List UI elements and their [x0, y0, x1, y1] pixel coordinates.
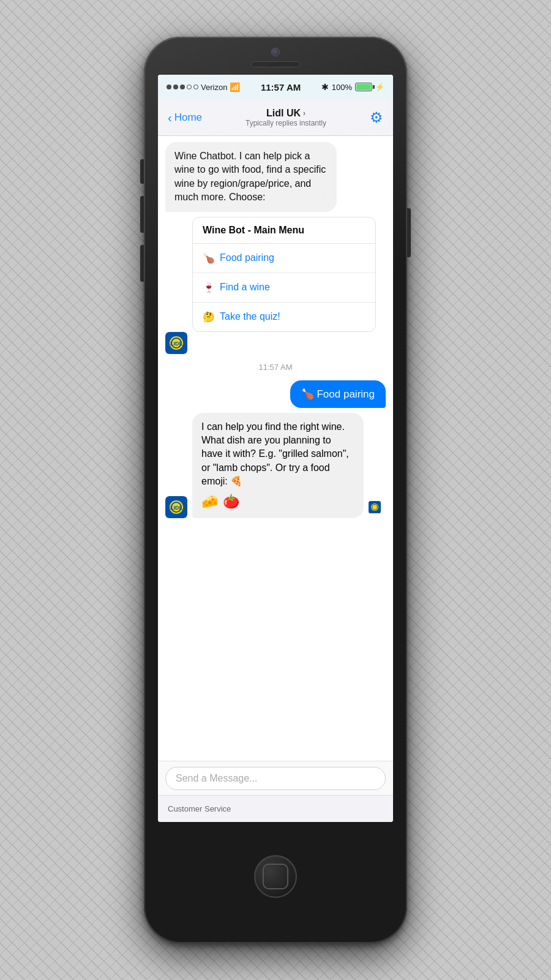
- bluetooth-icon: ✱: [321, 82, 329, 92]
- back-label[interactable]: Home: [174, 111, 202, 124]
- status-left: Verizon 📶: [167, 82, 240, 92]
- svg-text:LIDL: LIDL: [170, 505, 182, 511]
- home-button[interactable]: [254, 855, 297, 898]
- signal-bars: [167, 85, 198, 89]
- home-button-icon: [263, 864, 288, 889]
- wifi-icon: 📶: [230, 82, 240, 92]
- nav-subtitle: Typically replies instantly: [246, 119, 326, 127]
- message-timestamp: 11:57 AM: [165, 363, 386, 372]
- battery-fill: [356, 84, 371, 90]
- status-time: 11:57 AM: [261, 82, 301, 92]
- lidl-avatar: LIDL: [165, 332, 187, 354]
- settings-gear-icon[interactable]: ⚙: [370, 109, 383, 126]
- nav-title-chevron-icon: ›: [303, 109, 305, 118]
- menu-title: Wine Bot - Main Menu: [193, 217, 375, 244]
- bot-response-row: LIDL I can help you find the right wine.…: [165, 413, 386, 519]
- bot-avatar-row: LIDL: [165, 332, 386, 354]
- user-message-row: 🍗 Food pairing: [165, 380, 386, 408]
- menu-item-quiz[interactable]: 🤔 Take the quiz!: [193, 303, 375, 331]
- power-button[interactable]: [407, 208, 411, 257]
- battery-icon: [355, 83, 372, 91]
- bot-food-emojis: 🧀 🍅: [201, 492, 354, 511]
- food-pairing-label: Food pairing: [220, 252, 274, 263]
- quiz-label: Take the quiz!: [220, 311, 280, 322]
- signal-dot-3: [180, 85, 185, 89]
- menu-card: Wine Bot - Main Menu 🍗 Food pairing 🍷 Fi…: [192, 217, 376, 332]
- customer-service-label: Customer Service: [168, 804, 231, 813]
- bot-intro-text: Wine Chatbot. I can help pick a wine to …: [174, 151, 326, 202]
- phone-screen: Verizon 📶 11:57 AM ✱ 100% ⚡ ‹ Home: [158, 75, 393, 822]
- bot-intro-row: Wine Chatbot. I can help pick a wine to …: [165, 142, 386, 212]
- message-input[interactable]: Send a Message...: [165, 767, 386, 790]
- svg-point-13: [372, 505, 377, 510]
- status-bar: Verizon 📶 11:57 AM ✱ 100% ⚡: [158, 75, 393, 99]
- bot-intro-bubble: Wine Chatbot. I can help pick a wine to …: [165, 142, 337, 212]
- lidl-small-icon: [369, 501, 381, 516]
- phone-frame: Verizon 📶 11:57 AM ✱ 100% ⚡ ‹ Home: [144, 37, 407, 943]
- phone-top: [144, 37, 407, 67]
- menu-item-food-pairing[interactable]: 🍗 Food pairing: [193, 244, 375, 273]
- speaker: [251, 61, 300, 67]
- lidl-avatar-2: LIDL: [165, 496, 187, 518]
- input-bar: Send a Message...: [158, 761, 393, 795]
- volume-down-button[interactable]: [140, 245, 144, 282]
- cheese-emoji: 🧀: [201, 492, 218, 511]
- mute-button[interactable]: [140, 159, 144, 184]
- charging-icon: ⚡: [375, 83, 384, 91]
- user-bubble: 🍗 Food pairing: [290, 380, 386, 408]
- find-wine-icon: 🍷: [203, 282, 215, 293]
- svg-text:LIDL: LIDL: [170, 341, 182, 347]
- battery-indicator: [355, 83, 372, 91]
- chevron-left-icon: ‹: [168, 111, 172, 124]
- nav-bar: ‹ Home Lidl UK › Typically replies insta…: [158, 99, 393, 136]
- carrier-label: Verizon: [201, 83, 227, 92]
- food-pairing-icon: 🍗: [203, 252, 215, 264]
- signal-dot-1: [167, 85, 171, 89]
- menu-item-find-wine[interactable]: 🍷 Find a wine: [193, 273, 375, 303]
- nav-center: Lidl UK › Typically replies instantly: [246, 108, 326, 127]
- phone-bottom: [254, 822, 297, 943]
- input-placeholder: Send a Message...: [176, 773, 257, 784]
- signal-dot-4: [187, 85, 192, 89]
- quiz-icon: 🤔: [203, 311, 215, 323]
- chat-area: Wine Chatbot. I can help pick a wine to …: [158, 136, 393, 761]
- bottom-bar: Customer Service: [158, 795, 393, 822]
- battery-pct: 100%: [332, 83, 352, 92]
- find-wine-label: Find a wine: [220, 282, 270, 293]
- camera: [271, 48, 280, 56]
- bot-response-text: I can help you find the right wine. What…: [201, 420, 354, 489]
- bot-response-bubble: I can help you find the right wine. What…: [192, 413, 364, 519]
- volume-up-button[interactable]: [140, 196, 144, 233]
- signal-dot-2: [173, 85, 178, 89]
- signal-dot-5: [193, 85, 198, 89]
- tomato-emoji: 🍅: [223, 492, 239, 511]
- nav-title-row: Lidl UK ›: [266, 108, 305, 119]
- back-button[interactable]: ‹ Home: [168, 111, 202, 124]
- status-right: ✱ 100% ⚡: [321, 82, 384, 92]
- user-message-text: 🍗 Food pairing: [301, 388, 375, 401]
- nav-title: Lidl UK: [266, 108, 301, 119]
